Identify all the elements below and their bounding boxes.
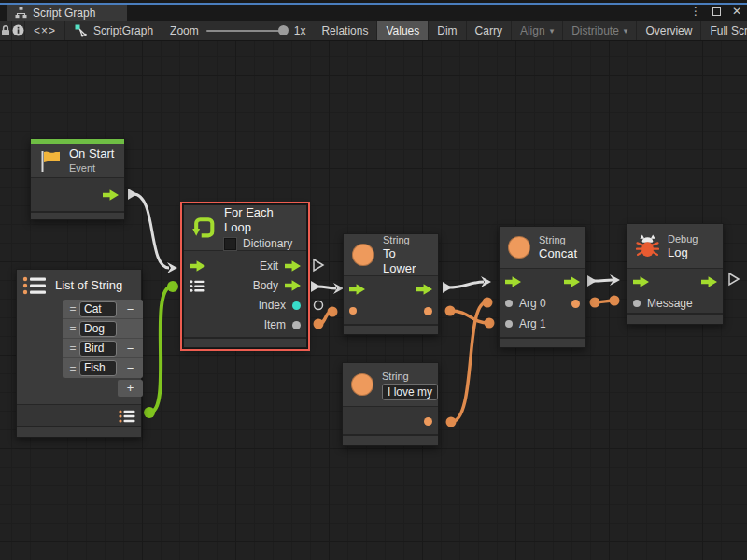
string-in-port[interactable] <box>349 307 357 315</box>
string-type-icon <box>351 373 374 396</box>
port-label: Index <box>259 299 286 312</box>
node-debug-log[interactable]: Debug Log Message <box>627 223 724 325</box>
unconnected-index-marker[interactable] <box>315 301 323 310</box>
remove-item-button[interactable]: − <box>120 342 140 356</box>
port-label: Item <box>264 318 286 331</box>
edit-graph-button[interactable]: <×> <box>25 21 65 40</box>
exit-port[interactable] <box>285 260 301 272</box>
string-type-icon <box>508 236 530 259</box>
chevron-down-icon: ▾ <box>550 26 555 35</box>
align-dropdown[interactable]: Align▾ <box>512 21 563 40</box>
drag-handle-icon[interactable]: = <box>66 302 79 315</box>
zoom-slider-handle[interactable] <box>278 25 289 35</box>
arg0-in-port[interactable] <box>505 300 513 307</box>
flow-in-port[interactable] <box>349 284 365 295</box>
list-item-field[interactable]: Cat <box>79 301 117 317</box>
value-wire-endpoint <box>328 307 338 317</box>
flow-wire-start-cap <box>443 282 452 293</box>
list-item-field[interactable]: Fish <box>79 360 117 376</box>
relations-button[interactable]: Relations <box>313 21 377 40</box>
item-port[interactable] <box>292 321 301 329</box>
flow-out-port[interactable] <box>701 276 717 287</box>
list-wire-endpoint <box>167 281 178 292</box>
checkbox-label: Dictionary <box>243 237 292 250</box>
tab-script-graph[interactable]: Script Graph <box>7 5 127 21</box>
drag-handle-icon[interactable]: = <box>66 362 79 375</box>
string-out-port[interactable] <box>424 417 432 426</box>
node-footer <box>31 211 124 219</box>
string-out-port[interactable] <box>424 307 432 315</box>
node-title: Log <box>668 245 698 260</box>
remove-item-button[interactable]: − <box>120 302 140 316</box>
flow-out-port[interactable] <box>564 276 580 287</box>
node-string-to-lower[interactable]: String To Lower <box>343 233 439 335</box>
node-string-concat[interactable]: String Concat Arg 0 Arg 1 <box>499 226 586 348</box>
message-in-port[interactable] <box>633 300 641 307</box>
list-in-port[interactable] <box>190 279 205 293</box>
drag-handle-icon[interactable]: = <box>66 342 79 355</box>
flow-in-port[interactable] <box>190 260 205 272</box>
lock-button[interactable] <box>0 21 12 40</box>
body-port[interactable] <box>285 280 301 291</box>
flow-out-port[interactable] <box>103 189 119 201</box>
index-port[interactable] <box>292 301 301 310</box>
wire-onstart-to-foreach <box>134 194 169 268</box>
window-close-icon[interactable]: ✕ <box>732 5 741 18</box>
value-wire-endpoint <box>610 296 620 306</box>
unconnected-exit-marker[interactable] <box>314 259 323 271</box>
node-footer <box>627 313 723 324</box>
dictionary-checkbox[interactable] <box>224 238 236 250</box>
node-string-literal[interactable]: String I love my <box>342 362 439 446</box>
value-wire-endpoint <box>446 417 457 427</box>
overview-button[interactable]: Overview <box>637 21 701 40</box>
carry-button[interactable]: Carry <box>467 21 512 40</box>
remove-item-button[interactable]: − <box>120 361 140 375</box>
node-type: String <box>383 233 430 246</box>
node-footer <box>184 337 306 347</box>
flow-in-port[interactable] <box>505 276 521 287</box>
list-out-port[interactable] <box>119 409 135 424</box>
dim-button[interactable]: Dim <box>429 21 466 40</box>
node-list-of-string[interactable]: List of String = Cat − = Dog − = <box>16 269 142 438</box>
node-title: To Lower <box>383 246 430 276</box>
graph-name: ScriptGraph <box>93 24 153 37</box>
list-item-field[interactable]: Bird <box>79 341 117 357</box>
port-label: Arg 1 <box>519 317 546 330</box>
list-icon <box>22 275 47 296</box>
distribute-dropdown[interactable]: Distribute▾ <box>563 21 637 40</box>
list-item-field[interactable]: Dog <box>79 321 117 337</box>
wire-list-to-foreach <box>149 287 172 413</box>
drag-handle-icon[interactable]: = <box>66 322 79 335</box>
string-out-port[interactable] <box>571 300 580 308</box>
inspect-button[interactable] <box>12 21 25 40</box>
value-wire-endpoint <box>314 319 324 329</box>
node-footer <box>17 426 141 437</box>
flow-out-port[interactable] <box>416 284 432 295</box>
remove-item-button[interactable]: − <box>120 322 140 336</box>
port-label: Body <box>253 279 278 292</box>
window-menu-icon[interactable]: ⋮ <box>690 5 701 18</box>
lock-icon <box>0 24 11 36</box>
string-type-icon <box>352 244 374 266</box>
window-maximize-icon[interactable] <box>712 7 721 16</box>
arg1-in-port[interactable] <box>505 320 513 328</box>
flow-in-port[interactable] <box>633 276 649 287</box>
graph-canvas[interactable]: On Start Event List of <box>0 41 747 560</box>
value-wire-endpoint <box>445 306 456 316</box>
zoom-slider[interactable] <box>206 30 287 32</box>
list-item-row: = Dog − <box>63 319 143 339</box>
string-value-field[interactable]: I love my <box>382 384 438 400</box>
unconnected-debug-exit-marker[interactable] <box>729 273 739 285</box>
title-bar: Script Graph ⋮ ✕ <box>0 0 747 21</box>
list-wire-endpoint <box>144 407 155 418</box>
values-button[interactable]: Values <box>377 21 429 40</box>
node-type: String <box>382 370 438 383</box>
node-for-each-loop[interactable]: For Each Loop Dictionary Exit <box>183 204 307 348</box>
wire-concat-to-message <box>595 301 613 302</box>
graph-asset-label: ScriptGraph <box>65 21 162 40</box>
list-item-row: = Cat − <box>63 300 143 319</box>
add-item-button[interactable]: + <box>118 380 143 397</box>
full-screen-button[interactable]: Full Screen <box>701 21 747 40</box>
node-on-start[interactable]: On Start Event <box>30 138 125 220</box>
list-item-row: = Bird − <box>63 339 143 358</box>
